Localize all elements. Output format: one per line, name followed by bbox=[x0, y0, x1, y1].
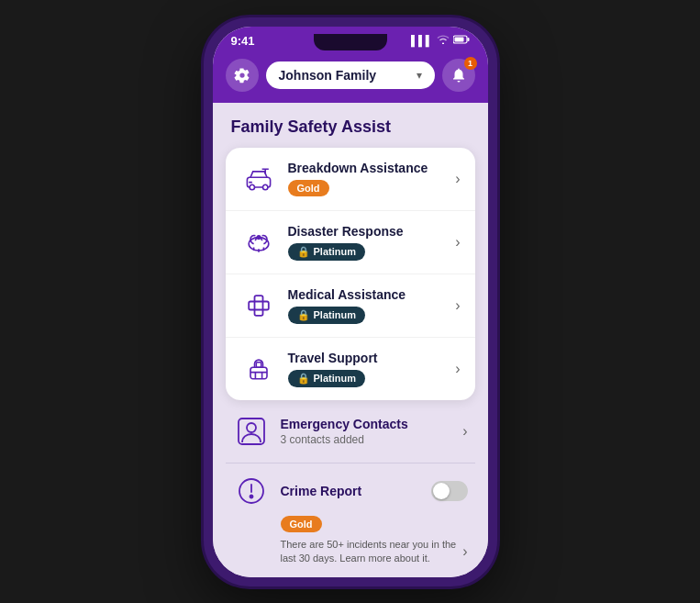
breakdown-chevron-icon: › bbox=[455, 171, 460, 187]
family-selector[interactable]: Johnson Family ▾ bbox=[266, 61, 435, 89]
svg-rect-1 bbox=[467, 38, 469, 41]
breakdown-badge: Gold bbox=[288, 180, 329, 196]
signal-icon: ▌▌▌ bbox=[411, 35, 432, 46]
emergency-contacts-info: Emergency Contacts 3 contacts added bbox=[281, 417, 452, 446]
wifi-icon bbox=[437, 35, 450, 46]
svg-point-15 bbox=[250, 495, 252, 497]
crime-icon bbox=[233, 473, 270, 509]
page-title: Family Safety Assist bbox=[213, 103, 488, 148]
phone-notch bbox=[314, 34, 387, 50]
emergency-contacts-item[interactable]: Emergency Contacts 3 contacts added › bbox=[226, 400, 475, 463]
medical-badge: 🔒 Platinum bbox=[288, 307, 365, 324]
svg-point-7 bbox=[257, 235, 261, 239]
service-item-medical[interactable]: Medical Assistance 🔒 Platinum › bbox=[226, 274, 475, 338]
below-card-section: Emergency Contacts 3 contacts added › bbox=[226, 400, 475, 575]
phone-screen: 9:41 ▌▌▌ bbox=[213, 27, 488, 577]
battery-icon bbox=[453, 35, 470, 46]
svg-rect-10 bbox=[250, 367, 267, 379]
medical-chevron-icon: › bbox=[455, 297, 460, 314]
status-time: 9:41 bbox=[231, 34, 255, 48]
emergency-contacts-sub: 3 contacts added bbox=[281, 433, 452, 446]
service-item-travel[interactable]: Travel Support 🔒 Platinum › bbox=[226, 338, 475, 400]
family-name: Johnson Family bbox=[279, 68, 377, 83]
contacts-icon bbox=[233, 413, 270, 450]
toggle-knob bbox=[433, 483, 450, 499]
svg-point-4 bbox=[250, 184, 254, 189]
svg-rect-9 bbox=[249, 301, 269, 309]
service-item-breakdown[interactable]: Breakdown Assistance Gold › bbox=[226, 148, 475, 211]
main-content: Family Safety Assist bbox=[213, 103, 488, 577]
disaster-badge: 🔒 Platinum bbox=[288, 243, 365, 261]
crime-report-badge: Gold bbox=[281, 516, 322, 532]
app-header: Johnson Family ▾ 1 bbox=[213, 51, 488, 103]
status-icons: ▌▌▌ bbox=[411, 35, 469, 46]
travel-info: Travel Support 🔒 Platinum bbox=[288, 351, 445, 387]
travel-badge: 🔒 Platinum bbox=[288, 370, 365, 387]
svg-rect-2 bbox=[454, 38, 463, 42]
svg-rect-11 bbox=[256, 362, 261, 366]
emergency-chevron-icon: › bbox=[462, 423, 467, 440]
crime-chevron-icon: › bbox=[462, 543, 467, 560]
breakdown-info: Breakdown Assistance Gold bbox=[288, 161, 445, 196]
crime-report-name: Crime Report bbox=[281, 484, 420, 498]
crime-badge-row: Gold bbox=[233, 515, 468, 532]
dropdown-chevron-icon: ▾ bbox=[417, 69, 422, 82]
svg-point-13 bbox=[247, 423, 256, 432]
services-card: Breakdown Assistance Gold › bbox=[226, 148, 475, 400]
medical-icon bbox=[240, 287, 277, 324]
notification-badge: 1 bbox=[464, 57, 477, 70]
travel-icon bbox=[240, 351, 277, 387]
bell-icon bbox=[450, 67, 467, 84]
crime-report-desc: There are 50+ incidents near you in the … bbox=[233, 538, 468, 566]
svg-point-5 bbox=[262, 184, 267, 189]
travel-chevron-icon: › bbox=[455, 361, 460, 377]
disaster-info: Disaster Response 🔒 Platinum bbox=[288, 224, 445, 261]
travel-name: Travel Support bbox=[288, 351, 445, 365]
breakdown-name: Breakdown Assistance bbox=[288, 161, 445, 175]
notification-button[interactable]: 1 bbox=[442, 59, 475, 92]
crime-report-toggle[interactable] bbox=[431, 481, 468, 501]
settings-button[interactable] bbox=[226, 59, 259, 92]
crime-report-section: Crime Report Gold There are 50+ incident… bbox=[226, 463, 475, 575]
phone-frame: 9:41 ▌▌▌ bbox=[204, 17, 497, 586]
disaster-icon bbox=[240, 224, 277, 261]
crime-report-header: Crime Report bbox=[233, 473, 468, 509]
disaster-name: Disaster Response bbox=[288, 224, 445, 239]
disaster-chevron-icon: › bbox=[455, 234, 460, 251]
service-item-disaster[interactable]: Disaster Response 🔒 Platinum › bbox=[226, 211, 475, 274]
car-icon bbox=[240, 161, 277, 197]
medical-name: Medical Assistance bbox=[288, 287, 445, 302]
svg-rect-8 bbox=[254, 296, 262, 316]
medical-info: Medical Assistance 🔒 Platinum bbox=[288, 287, 445, 324]
gear-icon bbox=[234, 67, 250, 84]
emergency-contacts-name: Emergency Contacts bbox=[281, 417, 452, 431]
